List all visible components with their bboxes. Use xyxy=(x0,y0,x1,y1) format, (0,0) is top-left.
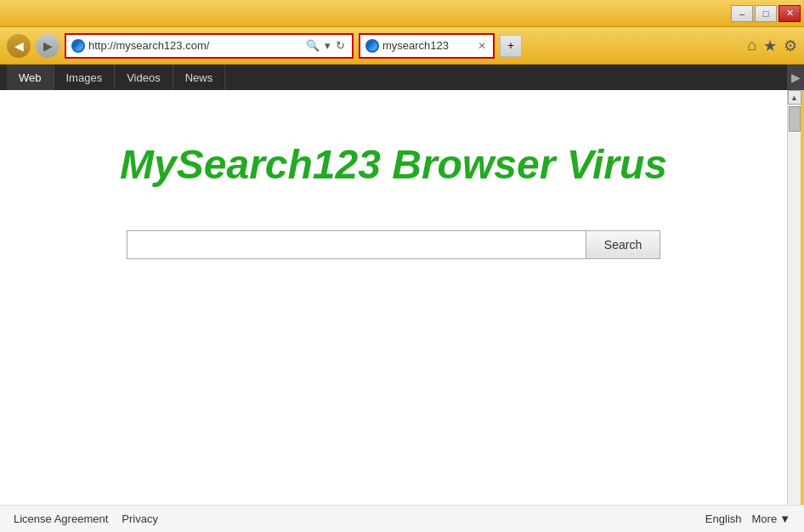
language-selector[interactable]: English xyxy=(705,512,742,525)
nav-tabs-bar: Web Images Videos News ▶ xyxy=(0,65,804,90)
nav-tab-images[interactable]: Images xyxy=(54,65,116,90)
dropdown-icon[interactable]: ▾ xyxy=(323,39,332,52)
toolbar-right: ⌂ ★ ⚙ xyxy=(747,37,797,55)
window-controls: – □ ✕ xyxy=(731,5,801,22)
back-button[interactable]: ◀ xyxy=(7,34,31,58)
footer: License Agreement Privacy English More ▼ xyxy=(0,505,804,532)
search-row: Search xyxy=(127,230,660,259)
search-button[interactable]: Search xyxy=(586,230,660,259)
content-area: MySearch123 Browser Virus Search ▲ xyxy=(0,90,804,505)
title-bar: – □ ✕ xyxy=(0,0,804,27)
tab-title[interactable]: mysearch123 xyxy=(382,39,473,52)
ie-globe-icon xyxy=(71,39,85,53)
search-input[interactable] xyxy=(127,230,586,259)
scrollbar[interactable]: ▲ xyxy=(787,90,801,505)
nav-tab-web[interactable]: Web xyxy=(7,65,54,90)
restore-button[interactable]: □ xyxy=(755,5,777,22)
home-icon-button[interactable]: ⌂ xyxy=(747,37,756,54)
url-display[interactable]: http://mysearch123.com/ xyxy=(88,39,301,52)
site-title: MySearch123 Browser Virus xyxy=(120,141,667,188)
new-tab-button[interactable]: + xyxy=(500,35,522,57)
privacy-link[interactable]: Privacy xyxy=(122,512,158,525)
license-agreement-link[interactable]: License Agreement xyxy=(14,512,108,525)
nav-tab-news[interactable]: News xyxy=(173,65,226,90)
tab-box: mysearch123 ✕ xyxy=(359,33,495,59)
search-address-icon[interactable]: 🔍 xyxy=(304,39,321,52)
scrollbar-up-arrow[interactable]: ▲ xyxy=(788,90,801,105)
more-label: More xyxy=(752,512,778,525)
forward-button[interactable]: ▶ xyxy=(36,34,59,58)
tab-close-button[interactable]: ✕ xyxy=(476,40,488,52)
address-icons: 🔍 ▾ ↻ xyxy=(304,39,347,52)
more-button[interactable]: More ▼ xyxy=(752,512,791,525)
more-chevron-icon: ▼ xyxy=(779,512,790,525)
tab-ie-globe-icon xyxy=(365,39,379,53)
close-button[interactable]: ✕ xyxy=(779,5,801,22)
refresh-icon[interactable]: ↻ xyxy=(334,39,347,52)
main-content: MySearch123 Browser Virus Search xyxy=(0,90,787,505)
settings-icon-button[interactable]: ⚙ xyxy=(784,37,797,55)
address-bar-row: ◀ ▶ http://mysearch123.com/ 🔍 ▾ ↻ mysear… xyxy=(0,27,804,65)
favorites-icon-button[interactable]: ★ xyxy=(763,37,777,55)
footer-right: English More ▼ xyxy=(705,512,790,525)
nav-tab-videos[interactable]: Videos xyxy=(115,65,173,90)
nav-scroll-right[interactable]: ▶ xyxy=(787,65,804,90)
scrollbar-thumb[interactable] xyxy=(789,106,801,132)
address-box: http://mysearch123.com/ 🔍 ▾ ↻ xyxy=(65,33,354,59)
minimize-button[interactable]: – xyxy=(731,5,753,22)
